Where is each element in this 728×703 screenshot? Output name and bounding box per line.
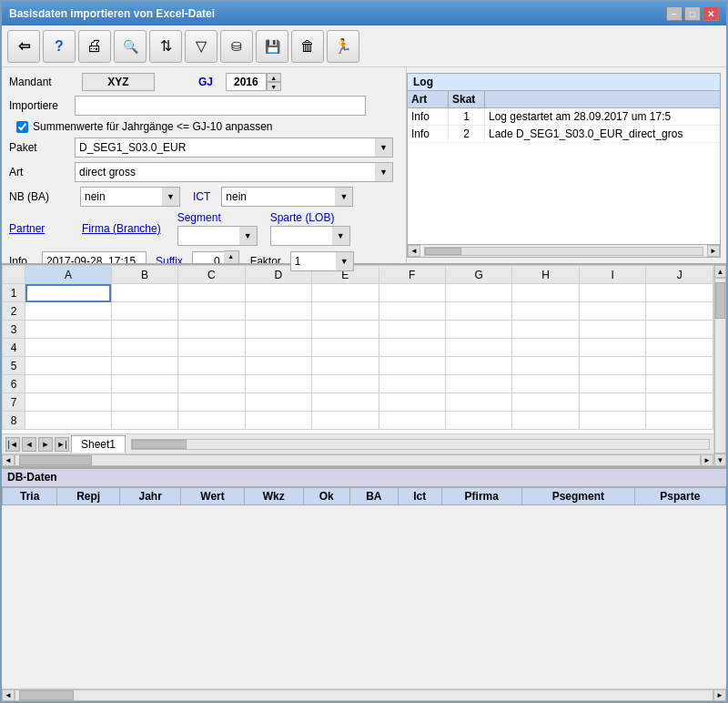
close-button[interactable]: ✕: [703, 6, 719, 21]
table-row: 3: [3, 321, 713, 339]
table-row: 2: [3, 302, 713, 321]
cell-f1[interactable]: [379, 284, 445, 302]
mandant-label: Mandant: [9, 76, 75, 88]
sheet-nav-prev[interactable]: ◄: [22, 437, 36, 452]
gj-up-button[interactable]: ▲: [267, 73, 281, 82]
log-scroll-left[interactable]: ◄: [408, 245, 420, 257]
h-scroll-thumb[interactable]: [19, 455, 92, 465]
db-section: DB-Daten Tria Repj Jahr Wert Wkz Ok BA I…: [2, 468, 726, 701]
faktor-dropdown-button[interactable]: ▼: [336, 251, 354, 271]
segment-dropdown-button[interactable]: ▼: [239, 226, 258, 246]
gj-down-button[interactable]: ▼: [267, 82, 281, 91]
ict-dropdown-button[interactable]: ▼: [335, 187, 353, 207]
log-header: Log: [408, 74, 720, 91]
sheet-h-scroll-thumb[interactable]: [132, 440, 187, 449]
segment-input[interactable]: [177, 226, 239, 246]
db-scroll-right[interactable]: ►: [713, 689, 726, 701]
sheet-table: A B C D E F G H I J: [2, 265, 713, 430]
db-button[interactable]: ⛁: [220, 30, 253, 63]
log-scroll-thumb[interactable]: [425, 248, 461, 255]
db-scroll-left[interactable]: ◄: [2, 689, 15, 701]
suffix-up-button[interactable]: ▲: [224, 251, 238, 261]
log-art-2: Info: [408, 126, 449, 142]
importiere-label: Importiere: [9, 99, 75, 112]
importiere-input[interactable]: [75, 96, 366, 116]
cell-g1[interactable]: [446, 284, 512, 302]
h-scroll-right[interactable]: ►: [701, 454, 713, 466]
col-header-c: C: [178, 266, 245, 284]
cell-a1[interactable]: [25, 284, 111, 302]
log-scroll-right[interactable]: ►: [707, 245, 720, 257]
db-col-tria: Tria: [3, 488, 57, 505]
run-button[interactable]: 🏃: [327, 30, 359, 63]
ict-dropdown-wrapper: ▼: [221, 187, 353, 207]
summenwerte-checkbox[interactable]: [16, 121, 28, 133]
sparte-dropdown-button[interactable]: ▼: [332, 226, 350, 246]
v-scroll-thumb[interactable]: [715, 282, 725, 319]
faktor-input[interactable]: [290, 251, 336, 271]
save-button[interactable]: 💾: [256, 30, 288, 63]
row-header-8: 8: [3, 412, 25, 430]
v-scroll-down[interactable]: ▼: [714, 453, 726, 466]
gj-spinner: ▲ ▼: [267, 73, 281, 91]
sheet-tab-1[interactable]: Sheet1: [71, 435, 126, 453]
row-header-5: 5: [3, 357, 25, 375]
row-header-4: 4: [3, 339, 25, 357]
cell-j1[interactable]: [646, 284, 713, 302]
cell-b1[interactable]: [111, 284, 177, 302]
sort-button[interactable]: ⇅: [149, 30, 182, 63]
print-button[interactable]: 🖨: [78, 30, 111, 63]
row-header-6: 6: [3, 375, 25, 393]
log-col-skat-header: Skat: [449, 91, 485, 107]
segment-label: Segment: [177, 211, 258, 224]
log-msg-2: Lade D_SEG1_S03.0_EUR_direct_gros: [485, 126, 720, 142]
checkbox-label: Summenwerte für Jahrgänge <= GJ-10 anpas…: [33, 120, 272, 133]
table-row: 7: [3, 393, 713, 412]
h-scroll-track: [15, 454, 701, 466]
paket-input[interactable]: [75, 138, 375, 158]
db-col-ok: Ok: [303, 488, 349, 505]
art-input[interactable]: [75, 162, 375, 182]
db-scroll-thumb[interactable]: [19, 690, 74, 700]
table-row: 6: [3, 375, 713, 393]
sparte-input[interactable]: [270, 226, 332, 246]
ict-input[interactable]: [221, 187, 335, 207]
db-col-psegment: Psegment: [522, 488, 635, 505]
h-scroll-left[interactable]: ◄: [2, 454, 15, 466]
toolbar: ⇦ ? 🖨 🔍 ⇅ ▽ ⛁ 💾 🗑 🏃: [2, 25, 726, 67]
cell-a2[interactable]: [25, 302, 111, 321]
log-row-1: Info 1 Log gestartet am 28.09.2017 um 17…: [408, 108, 720, 126]
minimize-button[interactable]: −: [666, 6, 682, 21]
nb-dropdown-button[interactable]: ▼: [162, 187, 180, 207]
search-button[interactable]: 🔍: [114, 30, 147, 63]
h-scrollbar: ◄ ►: [2, 453, 713, 466]
log-skat-1: 1: [449, 108, 485, 125]
log-body: Info 1 Log gestartet am 28.09.2017 um 17…: [408, 108, 720, 244]
cell-h1[interactable]: [512, 284, 579, 302]
cell-i1[interactable]: [579, 284, 645, 302]
cell-d1[interactable]: [245, 284, 311, 302]
db-header: DB-Daten: [2, 469, 726, 487]
sheet-nav-first[interactable]: |◄: [5, 437, 20, 452]
log-skat-2: 2: [449, 126, 485, 142]
import-button[interactable]: ⇦: [7, 30, 40, 63]
delete-button[interactable]: 🗑: [291, 30, 324, 63]
col-header-i: I: [579, 266, 645, 284]
help-button[interactable]: ?: [43, 30, 76, 63]
art-dropdown-button[interactable]: ▼: [375, 162, 393, 182]
cell-e1[interactable]: [312, 284, 379, 302]
log-scroll-track: [424, 247, 703, 256]
filter-button[interactable]: ▽: [185, 30, 217, 63]
sheet-nav-last[interactable]: ►|: [55, 437, 69, 452]
nb-input[interactable]: [80, 187, 162, 207]
table-row: 5: [3, 357, 713, 375]
art-label: Art: [9, 166, 75, 178]
v-scroll-up[interactable]: ▲: [714, 265, 726, 278]
mandant-value: XYZ: [82, 73, 155, 91]
maximize-button[interactable]: □: [684, 6, 701, 21]
firma-link[interactable]: Firma (Branche): [82, 222, 161, 235]
cell-c1[interactable]: [178, 284, 245, 302]
paket-dropdown-button[interactable]: ▼: [375, 138, 393, 158]
col-header-f: F: [379, 266, 445, 284]
sheet-nav-next[interactable]: ►: [38, 437, 53, 452]
